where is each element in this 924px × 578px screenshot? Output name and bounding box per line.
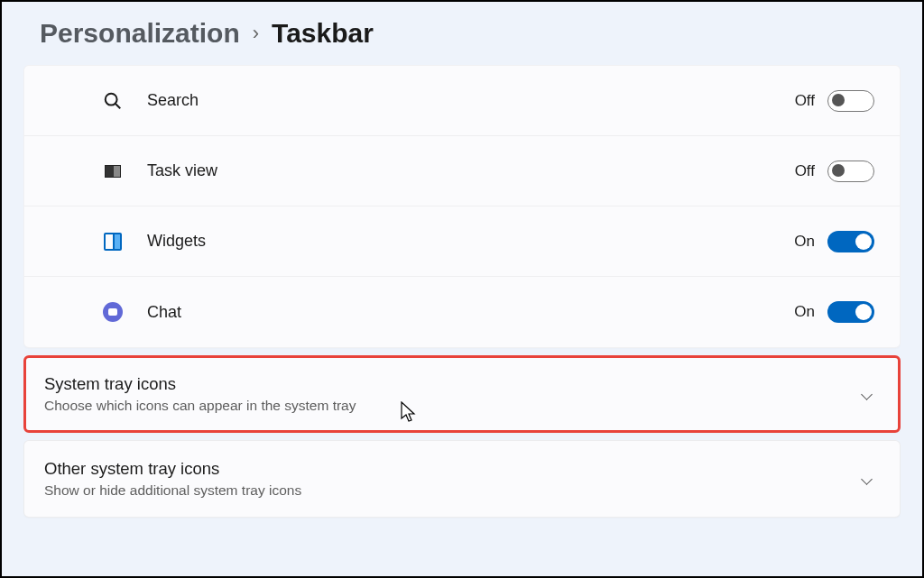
toggle-search[interactable] <box>827 90 874 112</box>
search-icon <box>102 90 124 112</box>
chevron-down-icon <box>861 389 873 400</box>
chat-icon <box>102 301 124 323</box>
widgets-icon <box>102 231 124 252</box>
row-widgets: Widgets On <box>24 206 900 277</box>
toggle-state: Off <box>795 92 815 110</box>
breadcrumb-current: Taskbar <box>272 18 374 49</box>
row-search: Search Off <box>24 66 900 136</box>
toggle-state: On <box>794 233 815 251</box>
taskview-icon <box>102 161 124 182</box>
row-label: Widgets <box>147 232 794 251</box>
row-label: Search <box>147 91 795 110</box>
svg-point-0 <box>106 93 117 105</box>
row-chat: Chat On <box>24 277 900 347</box>
breadcrumb-parent[interactable]: Personalization <box>40 18 240 49</box>
chevron-right-icon: › <box>253 22 259 45</box>
section-system-tray-icons[interactable]: System tray icons Choose which icons can… <box>23 355 901 433</box>
taskbar-items-card: Search Off Task view Off Widgets On <box>23 65 901 348</box>
row-label: Chat <box>147 303 794 322</box>
toggle-widgets[interactable] <box>827 231 874 252</box>
section-subtitle: Choose which icons can appear in the sys… <box>44 398 863 414</box>
toggle-chat[interactable] <box>827 301 874 323</box>
toggle-state: On <box>794 303 815 321</box>
row-taskview: Task view Off <box>24 136 900 206</box>
row-label: Task view <box>147 161 795 180</box>
section-subtitle: Show or hide additional system tray icon… <box>44 482 863 499</box>
chevron-down-icon <box>861 473 873 485</box>
toggle-taskview[interactable] <box>827 161 874 182</box>
breadcrumb: Personalization › Taskbar <box>40 18 901 49</box>
svg-line-1 <box>116 103 120 107</box>
section-other-system-tray-icons[interactable]: Other system tray icons Show or hide add… <box>23 440 901 518</box>
section-title: Other system tray icons <box>44 459 863 479</box>
toggle-state: Off <box>795 162 815 180</box>
section-title: System tray icons <box>44 374 863 394</box>
